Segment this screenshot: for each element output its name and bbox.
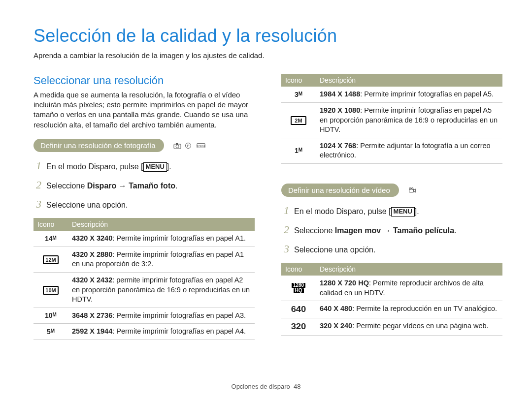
step-3: 3 Seleccione una opción.: [281, 242, 502, 256]
step-2: 2 Seleccione Disparo → Tamaño foto.: [33, 178, 255, 192]
resolution-icon: 3M: [281, 87, 316, 102]
step-text: En el modo Disparo, pulse [MENU].: [46, 162, 255, 172]
step-3: 3 Seleccione una opción.: [33, 197, 255, 212]
th-icon: Icono: [33, 218, 68, 231]
table-row: 1M1024 X 768: Permite adjuntar la fotogr…: [281, 138, 502, 163]
resolution-icon: 12M: [33, 247, 68, 272]
resolution-icon: 14M: [33, 231, 68, 247]
spacer: [281, 164, 502, 181]
resolution-description: 3648 X 2736: Permite imprimir fotografía…: [68, 308, 255, 324]
step-number: 3: [281, 242, 289, 256]
resolution-description: 4320 X 3240: Permite imprimir fotografía…: [68, 231, 255, 247]
th-icon: Icono: [281, 74, 316, 87]
subsection-header-row-video: Definir una resolución de vídeo: [281, 184, 502, 197]
steps-video: 1 En el modo Disparo, pulse [MENU]. 2 Se…: [281, 204, 502, 256]
right-column: Icono Descripción 3M1984 X 1488: Permite…: [281, 74, 502, 340]
mode-icons: [408, 187, 417, 194]
step-text-pre: Seleccione: [46, 182, 87, 190]
resolution-icon: 10M: [33, 273, 68, 308]
photo-resolution-table: Icono Descripción 14M4320 X 3240: Permit…: [33, 218, 255, 340]
step-text: En el modo Disparo, pulse [MENU].: [294, 207, 502, 217]
step-1: 1 En el modo Disparo, pulse [MENU].: [281, 204, 502, 218]
step-number: 2: [33, 178, 41, 192]
step-text-bold: Disparo → Tamaño foto: [87, 182, 175, 190]
steps-photo: 1 En el modo Disparo, pulse [MENU]. 2 Se…: [33, 159, 255, 211]
resolution-description: 640 X 480: Permite la reproducción en un…: [316, 301, 502, 318]
step-text-pre: En el modo Disparo, pulse [: [46, 162, 143, 171]
th-desc: Descripción: [316, 263, 502, 276]
step-text-post: .: [175, 182, 177, 190]
video-resolution-table: Icono Descripción 1280HQ1280 X 720 HQ: P…: [281, 263, 502, 336]
step-text: Seleccione Imagen mov → Tamaño película.: [294, 226, 502, 236]
svg-rect-1: [176, 143, 178, 145]
resolution-description: 1920 X 1080: Permite imprimir fotografía…: [316, 103, 502, 138]
step-text-post: ].: [167, 162, 171, 171]
columns: Seleccionar una resolución A medida que …: [33, 74, 502, 340]
step-text: Seleccione Disparo → Tamaño foto.: [46, 181, 255, 191]
mode-icons: P SCENE: [173, 142, 205, 149]
subsection-pill-photo: Definir una resolución de fotografía: [33, 139, 164, 153]
photo-tbody-right: 3M1984 X 1488: Permite imprimir fotograf…: [281, 87, 502, 163]
resolution-icon: 2M: [281, 103, 316, 138]
section-heading: Seleccionar una resolución: [33, 74, 255, 88]
svg-point-2: [176, 145, 179, 148]
menu-key: MENU: [143, 162, 167, 172]
resolution-icon: 10M: [33, 308, 68, 324]
step-text-pre: Seleccione: [294, 226, 335, 235]
table-row: 10M3648 X 2736: Permite imprimir fotogra…: [33, 308, 255, 324]
subsection-pill-video: Definir una resolución de vídeo: [281, 184, 399, 197]
th-desc: Descripción: [316, 74, 502, 87]
photo-tbody-left: 14M4320 X 3240: Permite imprimir fotogra…: [33, 231, 255, 339]
step-text-bold: Imagen mov → Tamaño película: [335, 226, 454, 235]
movie-icon: [408, 187, 417, 194]
page-title: Selección de la calidad y la resolución: [33, 25, 502, 48]
table-row: 5M2592 X 1944: Permite imprimir fotograf…: [33, 324, 255, 340]
th-icon: Icono: [281, 263, 316, 276]
resolution-description: 320 X 240: Permite pegar vídeos en una p…: [316, 318, 502, 336]
resolution-icon: 1280HQ: [281, 276, 316, 301]
table-row: 640640 X 480: Permite la reproducción en…: [281, 301, 502, 318]
step-1: 1 En el modo Disparo, pulse [MENU].: [33, 159, 255, 173]
resolution-description: 4320 X 2432: permite imprimir fotografía…: [68, 273, 255, 308]
page-footer: Opciones de disparo 48: [0, 383, 532, 391]
resolution-icon: 1M: [281, 138, 316, 163]
resolution-icon: 320: [279, 318, 319, 336]
table-row: 1280HQ1280 X 720 HQ: Permite reproducir …: [281, 276, 502, 301]
smart-auto-icon: [173, 142, 182, 149]
step-text: Seleccione una opción.: [294, 245, 502, 255]
photo-resolution-table-cont: Icono Descripción 3M1984 X 1488: Permite…: [281, 74, 502, 164]
section-paragraph: A medida que se aumenta la resolución, l…: [33, 90, 255, 130]
footer-page-number: 48: [294, 383, 300, 390]
step-number: 1: [33, 159, 41, 173]
th-desc: Descripción: [68, 218, 255, 231]
resolution-description: 1280 X 720 HQ: Permite reproducir archiv…: [316, 276, 502, 301]
svg-point-8: [409, 187, 411, 189]
resolution-icon: 640: [279, 301, 319, 318]
step-number: 2: [281, 223, 289, 237]
manual-page: Selección de la calidad y la resolución …: [0, 0, 532, 401]
table-row: 10M4320 X 2432: permite imprimir fotogra…: [33, 273, 255, 308]
svg-text:SCENE: SCENE: [197, 144, 205, 147]
step-number: 1: [281, 204, 289, 218]
subsection-header-row: Definir una resolución de fotografía P S…: [33, 139, 255, 153]
program-icon: P: [185, 142, 194, 149]
resolution-description: 2592 X 1944: Permite imprimir fotografía…: [68, 324, 255, 340]
svg-text:P: P: [187, 144, 190, 148]
resolution-icon: 5M: [33, 324, 68, 340]
step-text: Seleccione una opción.: [46, 200, 255, 211]
table-row: 2M1920 X 1080: Permite imprimir fotograf…: [281, 103, 502, 138]
left-column: Seleccionar una resolución A medida que …: [33, 74, 255, 340]
resolution-description: 4320 X 2880: Permite imprimir fotografía…: [68, 247, 255, 272]
step-text-post: .: [454, 226, 456, 235]
video-tbody: 1280HQ1280 X 720 HQ: Permite reproducir …: [281, 276, 502, 335]
scene-icon: SCENE: [197, 142, 205, 149]
table-row: 14M4320 X 3240: Permite imprimir fotogra…: [33, 231, 255, 247]
step-text-post: ].: [415, 207, 419, 216]
table-row: 320320 X 240: Permite pegar vídeos en un…: [281, 318, 502, 336]
step-text-pre: En el modo Disparo, pulse [: [294, 207, 391, 216]
table-row: 12M4320 X 2880: Permite imprimir fotogra…: [33, 247, 255, 272]
page-lead: Aprenda a cambiar la resolución de la im…: [33, 51, 502, 61]
step-2: 2 Seleccione Imagen mov → Tamaño películ…: [281, 223, 502, 237]
table-row: 3M1984 X 1488: Permite imprimir fotograf…: [281, 87, 502, 102]
menu-key: MENU: [391, 207, 415, 216]
